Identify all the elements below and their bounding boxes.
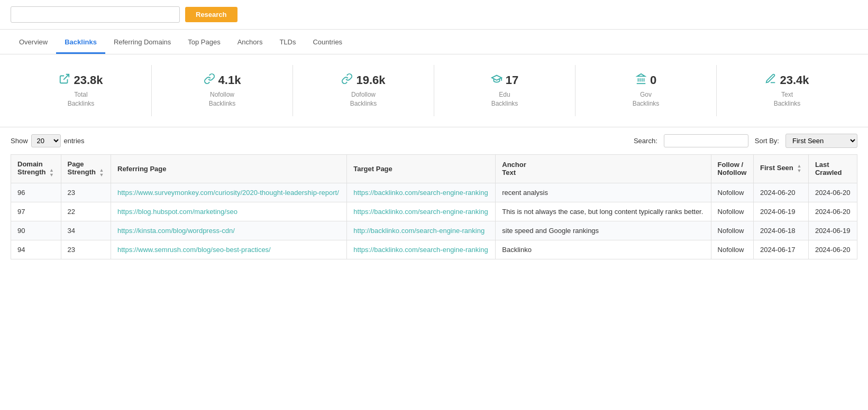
cell-anchor-text: recent analysis	[496, 183, 711, 202]
col-domain-strength[interactable]: DomainStrength ▲▼	[11, 154, 61, 183]
stat-dofollow-value: 19.6k	[356, 73, 385, 87]
stat-gov-label: GovBacklinks	[581, 90, 711, 108]
stat-text-value: 23.4k	[780, 73, 809, 87]
cell-referring-page-link[interactable]: https://www.surveymonkey.com/curiosity/2…	[117, 189, 339, 197]
stat-total-backlinks: 23.8k TotalBacklinks	[11, 65, 152, 116]
cell-last-crawled: 2024-06-19	[808, 221, 857, 240]
url-input[interactable]: https://backlinko.com/search-engine-rank…	[11, 6, 180, 23]
cell-first-seen: 2024-06-17	[753, 240, 808, 259]
table-row: 9623https://www.surveymonkey.com/curiosi…	[11, 183, 857, 202]
cell-anchor-text: This is not always the case, but long co…	[496, 202, 711, 221]
sort-label: Sort By:	[755, 137, 779, 145]
entries-select[interactable]: 10 20 50 100	[31, 134, 61, 147]
stat-text-backlinks: 23.4k TextBacklinks	[717, 65, 857, 116]
cell-target-page[interactable]: https://backlinko.com/search-engine-rank…	[347, 240, 496, 259]
cell-target-page[interactable]: https://backlinko.com/search-engine-rank…	[347, 202, 496, 221]
cell-referring-page[interactable]: https://blog.hubspot.com/marketing/seo	[111, 202, 347, 221]
sort-arrows-page: ▲▼	[99, 168, 104, 178]
cell-referring-page[interactable]: https://www.surveymonkey.com/curiosity/2…	[111, 183, 347, 202]
cell-target-page[interactable]: http://backlinko.com/search-engine-ranki…	[347, 221, 496, 240]
svg-line-0	[64, 74, 69, 80]
stat-gov-value: 0	[650, 73, 656, 87]
backlinks-table: DomainStrength ▲▼ PageStrength ▲▼ Referr…	[11, 154, 857, 259]
cell-last-crawled: 2024-06-20	[808, 240, 857, 259]
sort-arrows-first-seen: ▲▼	[797, 164, 801, 173]
stat-edu-backlinks: 17 EduBacklinks	[434, 65, 575, 116]
tab-anchors[interactable]: Anchors	[229, 32, 271, 54]
stat-dofollow-backlinks: 19.6k DofollowBacklinks	[293, 65, 434, 116]
table-row: 9034https://kinsta.com/blog/wordpress-cd…	[11, 221, 857, 240]
cell-referring-page-link[interactable]: https://kinsta.com/blog/wordpress-cdn/	[117, 227, 235, 235]
stat-total-backlinks-label: TotalBacklinks	[16, 90, 146, 108]
cell-page-strength: 23	[61, 183, 111, 202]
col-last-crawled: LastCrawled	[808, 154, 857, 183]
cell-follow-nofollow: Nofollow	[711, 240, 753, 259]
col-anchor-text: AnchorText	[496, 154, 711, 183]
entries-label: entries	[64, 137, 85, 145]
stat-text-label: TextBacklinks	[722, 90, 852, 108]
cell-referring-page[interactable]: https://kinsta.com/blog/wordpress-cdn/	[111, 221, 347, 240]
cell-follow-nofollow: Nofollow	[711, 221, 753, 240]
gov-backlinks-icon	[635, 73, 647, 87]
svg-marker-6	[637, 74, 645, 77]
cell-referring-page-link[interactable]: https://www.semrush.com/blog/seo-best-pr…	[117, 246, 271, 254]
tab-countries[interactable]: Countries	[304, 32, 351, 54]
tab-top-pages[interactable]: Top Pages	[179, 32, 229, 54]
search-sort-control: Search: Sort By: First Seen Last Crawled…	[634, 134, 857, 148]
cell-target-page[interactable]: https://backlinko.com/search-engine-rank…	[347, 183, 496, 202]
cell-first-seen: 2024-06-20	[753, 183, 808, 202]
text-backlinks-icon	[765, 73, 776, 87]
stat-nofollow-backlinks: 4.1k NofollowBacklinks	[152, 65, 293, 116]
nofollow-backlinks-icon	[204, 73, 215, 87]
search-input[interactable]	[664, 134, 748, 147]
cell-target-page-link[interactable]: https://backlinko.com/search-engine-rank…	[353, 189, 488, 197]
cell-target-page-link[interactable]: https://backlinko.com/search-engine-rank…	[353, 246, 488, 254]
controls-row: Show 10 20 50 100 entries Search: Sort B…	[0, 127, 868, 154]
stats-row: 23.8k TotalBacklinks 4.1k NofollowBackli…	[0, 54, 868, 127]
tab-tlds[interactable]: TLDs	[271, 32, 304, 54]
dofollow-backlinks-icon	[341, 73, 353, 87]
table-row: 9423https://www.semrush.com/blog/seo-bes…	[11, 240, 857, 259]
stat-total-backlinks-value: 23.8k	[74, 73, 103, 87]
stat-edu-label: EduBacklinks	[440, 90, 570, 108]
stat-dofollow-label: DofollowBacklinks	[298, 90, 428, 108]
stat-edu-value: 17	[506, 73, 518, 87]
cell-referring-page-link[interactable]: https://blog.hubspot.com/marketing/seo	[117, 208, 237, 216]
col-referring-page: Referring Page	[111, 154, 347, 183]
stat-nofollow-label: NofollowBacklinks	[157, 90, 287, 108]
cell-page-strength: 22	[61, 202, 111, 221]
tab-overview[interactable]: Overview	[11, 32, 56, 54]
cell-target-page-link[interactable]: http://backlinko.com/search-engine-ranki…	[353, 227, 485, 235]
col-follow-nofollow: Follow /Nofollow	[711, 154, 753, 183]
cell-domain-strength: 97	[11, 202, 61, 221]
col-first-seen[interactable]: First Seen ▲▼	[753, 154, 808, 183]
search-label: Search:	[634, 137, 657, 145]
stat-gov-backlinks: 0 GovBacklinks	[575, 65, 717, 116]
cell-target-page-link[interactable]: https://backlinko.com/search-engine-rank…	[353, 208, 488, 216]
table-header-row: DomainStrength ▲▼ PageStrength ▲▼ Referr…	[11, 154, 857, 183]
sort-select[interactable]: First Seen Last Crawled Domain Strength …	[785, 134, 857, 148]
top-bar: https://backlinko.com/search-engine-rank…	[0, 0, 868, 30]
cell-first-seen: 2024-06-19	[753, 202, 808, 221]
tab-backlinks[interactable]: Backlinks	[56, 32, 105, 54]
col-page-strength[interactable]: PageStrength ▲▼	[61, 154, 111, 183]
cell-page-strength: 23	[61, 240, 111, 259]
show-entries-control: Show 10 20 50 100 entries	[11, 134, 85, 147]
col-target-page: Target Page	[347, 154, 496, 183]
cell-domain-strength: 90	[11, 221, 61, 240]
cell-domain-strength: 96	[11, 183, 61, 202]
cell-anchor-text: Backlinko	[496, 240, 711, 259]
research-button[interactable]: Research	[185, 7, 237, 22]
table-row: 9722https://blog.hubspot.com/marketing/s…	[11, 202, 857, 221]
cell-domain-strength: 94	[11, 240, 61, 259]
cell-follow-nofollow: Nofollow	[711, 202, 753, 221]
tab-referring-domains[interactable]: Referring Domains	[105, 32, 179, 54]
edu-backlinks-icon	[491, 73, 502, 87]
backlinks-table-wrapper: DomainStrength ▲▼ PageStrength ▲▼ Referr…	[0, 154, 868, 270]
cell-anchor-text: site speed and Google rankings	[496, 221, 711, 240]
cell-first-seen: 2024-06-18	[753, 221, 808, 240]
cell-referring-page[interactable]: https://www.semrush.com/blog/seo-best-pr…	[111, 240, 347, 259]
cell-last-crawled: 2024-06-20	[808, 183, 857, 202]
cell-page-strength: 34	[61, 221, 111, 240]
sort-arrows-domain: ▲▼	[49, 168, 54, 178]
